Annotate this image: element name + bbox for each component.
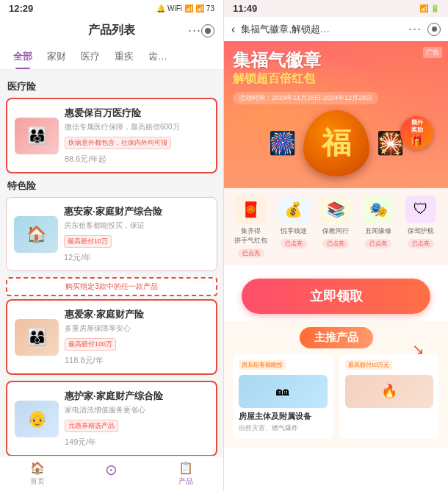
product-image-medical: 👨‍👩‍👧 <box>15 118 59 154</box>
banner-image-area: 🎆 福 🎇 额外奖励 🎁 <box>233 110 439 176</box>
product-info-3: 惠护家·家庭财产综合险 家电清洗增值服务更省心 元惠券精选产品 149元/年 <box>65 390 209 448</box>
product-desc-3: 家电清洗增值服务更省心 <box>65 405 209 415</box>
claim-button[interactable]: 立即领取 <box>242 279 430 314</box>
product-card-2[interactable]: 👨‍👩‍👦 惠爱家·家庭财产险 多重房屋保障享安心 最高赔付100万 118.8… <box>6 299 217 375</box>
mini-card-desc-0: 自然灾害、燃气爆炸 <box>239 423 328 433</box>
tab-dental[interactable]: 齿… <box>141 44 175 69</box>
banner-subtitle: 解锁超百倍红包 <box>233 71 439 87</box>
page-title-right: 集福气徽章,解锁超… <box>241 23 402 36</box>
claim-btn-container: 立即领取 <box>224 265 448 321</box>
icon-circle-4: 🛡 <box>405 196 436 223</box>
tab-all[interactable]: 全部 <box>6 44 40 69</box>
main-product-title: 主推产品 <box>300 327 373 348</box>
bottom-nav-center[interactable]: ⊙ <box>74 461 148 487</box>
phone-left: 12:29 🔔 WiFi 📶 📶 73 产品列表 ··· 全部 家财 医疗 重疾… <box>0 0 224 491</box>
annotation-box: 购买指定3款中的任一款产品 <box>6 277 217 296</box>
product-price-3: 149元/年 <box>65 435 209 448</box>
extra-reward-label: 额外奖励 <box>411 119 423 135</box>
icon-item-4[interactable]: 🛡 保驾护航 已点亮 <box>401 196 441 258</box>
product-price-0: 88.6元/年起 <box>65 152 209 165</box>
bottom-nav-home[interactable]: 🏠 首页 <box>0 461 74 487</box>
icon-circle-3: 🎭 <box>363 196 394 223</box>
product-info-medical: 惠爱保百万医疗险 微信专属医疗保障，最高赔偿600万 疾病意外都包含，社保内外均… <box>65 107 209 165</box>
icon-circle-1: 💰 <box>278 196 309 223</box>
product-name-0: 惠爱保百万医疗险 <box>65 107 209 120</box>
product-tag-1: 最高赔付10万 <box>64 235 112 248</box>
scan-icon[interactable] <box>201 24 214 37</box>
product-info-2: 惠爱家·家庭财产险 多重房屋保障享安心 最高赔付100万 118.8元/年 <box>65 308 209 366</box>
tab-jiafin[interactable]: 家财 <box>40 44 73 69</box>
product-card-3[interactable]: 👴 惠护家·家庭财产综合险 家电清洗增值服务更省心 元惠券精选产品 149元/年 <box>6 381 217 456</box>
mini-card-image-0: 🏘 <box>239 375 328 408</box>
bottom-nav-home-label: 首页 <box>30 476 45 487</box>
tab-critical[interactable]: 重疾 <box>107 44 141 69</box>
main-product-section: 主推产品 ↘ 房东租客都能投 🏘 房屋主体及附属设备 自然灾害、燃气爆炸 最高赔… <box>224 321 448 448</box>
page-title-left: 产品列表 <box>88 23 135 38</box>
extra-reward-badge: 额外奖励 🎁 <box>400 116 433 149</box>
annotation-arrow-icon: ↘ <box>412 340 424 358</box>
icon-item-2[interactable]: 📚 保教同行 已点亮 <box>316 196 356 258</box>
center-icon: ⊙ <box>105 461 118 479</box>
bottom-nav-product-label: 产品 <box>178 476 193 487</box>
banner-title: 集福气徽章 <box>233 50 439 71</box>
product-name-2: 惠爱家·家庭财产险 <box>65 308 209 321</box>
wifi-icon: WiFi <box>167 4 182 12</box>
tab-medical[interactable]: 医疗 <box>73 44 107 69</box>
product-price-2: 118.8元/年 <box>65 354 209 366</box>
target-icon[interactable] <box>427 23 441 36</box>
status-bar-right: 11:49 📶 🔋 <box>224 0 448 17</box>
phone-right: 11:49 📶 🔋 ‹ 集福气徽章,解锁超… ··· 广告 集福气徽章 解锁超百… <box>224 0 448 491</box>
product-desc-2: 多重房屋保障享安心 <box>65 323 209 334</box>
more-dots-icon[interactable]: ··· <box>408 21 422 37</box>
icon-item-1[interactable]: 💰 悦享钱途 已点亮 <box>273 196 314 258</box>
mini-card-tag-1: 最高赔付10万元 <box>345 360 393 370</box>
product-name-1: 惠安家·家庭财产综合险 <box>64 205 209 218</box>
signal-right-icon: 📶 <box>419 4 428 12</box>
product-card-1[interactable]: 🏠 惠安家·家庭财产综合险 房东租客都能投买，保证 最高赔付10万 12元/年 <box>6 197 217 271</box>
icon-label-3: 丑闻缘修 <box>365 226 391 236</box>
section-special: 特色险 <box>7 179 217 193</box>
product-desc-1: 房东租客都能投买，保证 <box>64 221 209 231</box>
mini-card-title-0: 房屋主体及附属设备 <box>239 411 328 422</box>
fireworks-icon: 🎆 <box>269 130 296 156</box>
more-options-icon[interactable]: ··· <box>188 23 201 38</box>
nav-right-icons: ··· <box>408 21 441 37</box>
status-icons-right: 📶 🔋 <box>419 4 439 12</box>
product-info-1: 惠安家·家庭财产综合险 房东租客都能投买，保证 最高赔付10万 12元/年 <box>64 205 209 263</box>
icon-label-0: 集齐得拼手气红包 <box>234 226 267 246</box>
fireworks-right-icon: 🎇 <box>377 130 404 156</box>
signal-icon: 📶 <box>184 4 193 12</box>
mini-product-card-1[interactable]: 最高赔付10万元 🔥 <box>339 354 440 439</box>
status-bar-left: 12:29 🔔 WiFi 📶 📶 73 <box>0 0 223 17</box>
product-card-medical[interactable]: 👨‍👩‍👧 惠爱保百万医疗险 微信专属医疗保障，最高赔偿600万 疾病意外都包含… <box>6 98 217 173</box>
battery-right-icon: 🔋 <box>430 4 439 12</box>
icon-status-3: 已点亮 <box>365 239 391 248</box>
money-bag: 福 <box>303 110 369 176</box>
icon-status-2: 已点亮 <box>322 239 349 248</box>
mini-product-card-0[interactable]: 房东租客都能投 🏘 房屋主体及附属设备 自然灾害、燃气爆炸 <box>233 354 333 439</box>
product-cards-row: 房东租客都能投 🏘 房屋主体及附属设备 自然灾害、燃气爆炸 最高赔付10万元 🔥 <box>233 354 439 439</box>
notification-icon: 🔔 <box>156 4 165 12</box>
product-image-2: 👨‍👩‍👦 <box>15 319 59 356</box>
product-desc-0: 微信专属医疗保障，最高赔偿600万 <box>65 122 209 132</box>
banner-date: 活动时间：2024年11月28日-2024年12月28日 <box>233 92 378 104</box>
back-arrow-icon[interactable]: ‹ <box>231 23 235 36</box>
product-icon: 📋 <box>178 461 193 475</box>
nav-bar-left: 产品列表 ··· <box>0 17 223 44</box>
bottom-nav-product[interactable]: 📋 产品 <box>149 461 223 487</box>
product-image-1: 🏠 <box>14 216 58 253</box>
product-name-3: 惠护家·家庭财产综合险 <box>65 390 209 403</box>
icon-circle-2: 📚 <box>320 196 351 223</box>
tab-bar-left: 全部 家财 医疗 重疾 齿… <box>0 44 223 70</box>
product-price-1: 12元/年 <box>64 251 209 263</box>
product-tag-3: 元惠券精选产品 <box>65 420 118 432</box>
nav-bar-right: ‹ 集福气徽章,解锁超… ··· <box>224 17 448 41</box>
icon-item-3[interactable]: 🎭 丑闻缘修 已点亮 <box>358 196 399 258</box>
bottom-nav-left: 🏠 首页 ⊙ 📋 产品 <box>0 456 223 491</box>
icon-item-0[interactable]: 🧧 集齐得拼手气红包 已点亮 <box>231 196 271 258</box>
product-tag-2: 最高赔付100万 <box>65 338 116 351</box>
icon-circle-0: 🧧 <box>236 196 267 223</box>
time-right: 11:49 <box>233 3 257 14</box>
product-tag-0: 疾病意外都包含，社保内外均可报 <box>65 137 171 149</box>
product-list: 医疗险 👨‍👩‍👧 惠爱保百万医疗险 微信专属医疗保障，最高赔偿600万 疾病意… <box>0 70 223 456</box>
